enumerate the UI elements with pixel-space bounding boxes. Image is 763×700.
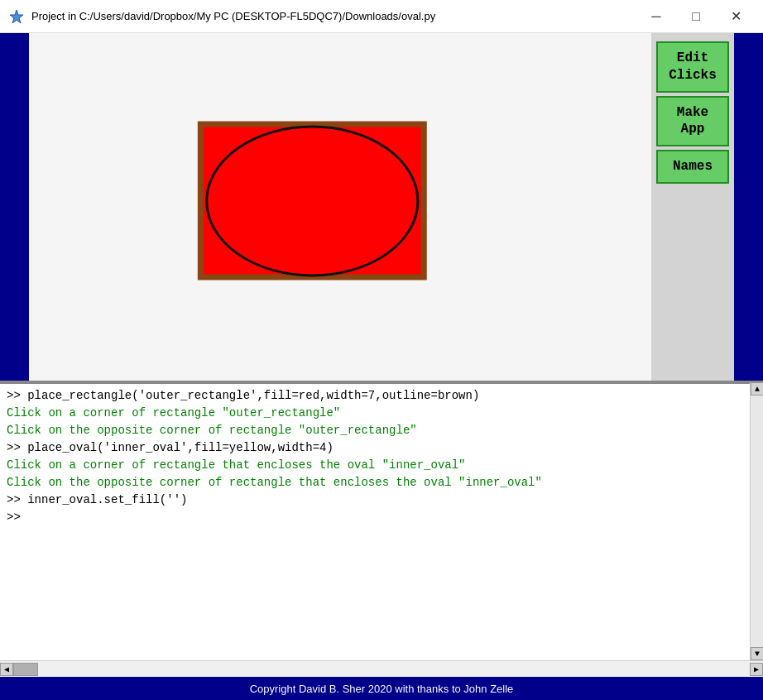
vertical-scrollbar[interactable]: ▲ ▼ [750, 382, 763, 660]
scroll-down-arrow[interactable]: ▼ [751, 647, 763, 660]
inner-oval [207, 127, 418, 276]
footer-text: Copyright David B. Sher 2020 with thanks… [250, 683, 514, 695]
console-line: >> inner_oval.set_fill('') [7, 491, 746, 509]
console-line: Click on a corner of rectangle "outer_re… [7, 405, 746, 422]
canvas-area: EditClicks MakeApp Names [0, 33, 763, 381]
drawing-area[interactable] [29, 33, 651, 381]
console-line: >> place_rectangle('outer_rectangle',fil… [7, 387, 746, 405]
scroll-thumb[interactable] [13, 663, 38, 676]
right-border [734, 33, 763, 381]
left-border [0, 33, 29, 381]
window-title: Project in C:/Users/david/Dropbox/My PC … [31, 10, 637, 22]
console-area[interactable]: >> place_rectangle('outer_rectangle',fil… [0, 382, 763, 660]
console-line: >> [7, 509, 746, 526]
scroll-right-arrow[interactable]: ▶ [750, 663, 763, 676]
edit-clicks-button[interactable]: EditClicks [656, 41, 729, 93]
minimize-button[interactable]: ─ [637, 4, 675, 29]
horizontal-scrollbar[interactable]: ◀ ▶ [0, 660, 763, 677]
titlebar: Project in C:/Users/david/Dropbox/My PC … [0, 0, 763, 33]
console-line: >> place_oval('inner_oval',fill=yellow,w… [7, 439, 746, 457]
close-button[interactable]: ✕ [717, 4, 755, 29]
right-panel: EditClicks MakeApp Names [651, 33, 734, 381]
window-controls: ─ □ ✕ [637, 4, 755, 29]
scroll-left-arrow[interactable]: ◀ [0, 663, 13, 676]
console-line: Click on the opposite corner of rectangl… [7, 422, 746, 439]
footer: Copyright David B. Sher 2020 with thanks… [0, 677, 763, 700]
names-button[interactable]: Names [656, 150, 729, 184]
maximize-button[interactable]: □ [677, 4, 715, 29]
canvas-svg [29, 33, 651, 381]
app-icon [8, 8, 25, 25]
console-line: Click on a corner of rectangle that encl… [7, 457, 746, 474]
main-container: EditClicks MakeApp Names >> place_rectan… [0, 33, 763, 700]
make-app-button[interactable]: MakeApp [656, 96, 729, 147]
console-line: Click on the opposite corner of rectangl… [7, 474, 746, 491]
scroll-up-arrow[interactable]: ▲ [751, 382, 763, 396]
